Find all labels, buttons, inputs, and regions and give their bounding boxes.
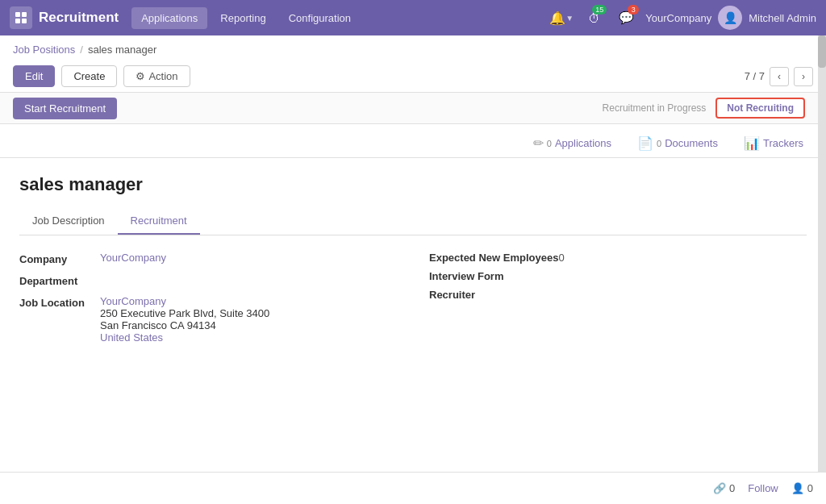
likes-count: 0 <box>729 482 735 494</box>
recruiter-label: Recruiter <box>429 289 542 301</box>
pagination: 7 / 7 ‹ › <box>745 67 813 86</box>
record-title: sales manager <box>19 174 807 195</box>
applications-tab-label: Applications <box>555 137 611 149</box>
form-content: Company YourCompany Department Job Locat… <box>19 252 807 352</box>
interview-form-row: Interview Form <box>429 270 807 282</box>
expected-employees-label: Expected New Employees <box>429 252 558 264</box>
activity-badge: 15 <box>592 5 607 15</box>
department-label: Department <box>19 273 100 287</box>
nav-reporting[interactable]: Reporting <box>211 7 275 29</box>
user-avatar[interactable]: 👤 <box>718 6 742 30</box>
sub-tab-documents[interactable]: 📄 0 Documents <box>634 131 721 157</box>
svg-rect-0 <box>15 12 20 17</box>
sub-tabs: ✏ 0 Applications 📄 0 Documents 📊 Tracker… <box>0 124 826 158</box>
main-menu: Applications Reporting Configuration <box>131 7 549 29</box>
top-navigation: Recruitment Applications Reporting Confi… <box>0 0 826 35</box>
action-label: Action <box>148 70 177 82</box>
followers-count: 0 <box>807 482 813 494</box>
document-icon: 📄 <box>637 135 653 151</box>
joblocation-row: Job Location YourCompany 250 Executive P… <box>19 295 397 344</box>
start-recruitment-button[interactable]: Start Recruitment <box>13 98 117 119</box>
app-logo-icon <box>10 6 32 29</box>
breadcrumb-current: sales manager <box>88 44 156 56</box>
company-row: Company YourCompany <box>19 252 397 265</box>
app-logo[interactable]: Recruitment <box>10 6 119 29</box>
bell-dropdown-icon: ▼ <box>565 14 574 23</box>
status-bar: Start Recruitment Recruitment in Progres… <box>0 92 826 124</box>
form-left: Company YourCompany Department Job Locat… <box>19 252 397 352</box>
toolbar: Edit Create ⚙ Action 7 / 7 ‹ › <box>0 60 826 92</box>
joblocation-address: YourCompany 250 Executive Park Blvd, Sui… <box>100 295 269 344</box>
action-gear-icon: ⚙ <box>136 70 145 82</box>
svg-rect-1 <box>22 12 27 17</box>
trackers-icon: 📊 <box>744 135 760 151</box>
messages-badge: 3 <box>628 5 639 15</box>
expected-employees-row: Expected New Employees 0 <box>429 252 807 264</box>
company-label: Company <box>19 252 100 265</box>
scrollbar-thumb[interactable] <box>818 35 826 68</box>
action-button[interactable]: ⚙ Action <box>123 65 190 87</box>
svg-rect-3 <box>22 19 27 23</box>
page-wrapper: Job Positions / sales manager Edit Creat… <box>0 35 826 504</box>
nav-applications[interactable]: Applications <box>131 7 207 29</box>
likes-item[interactable]: 🔗 0 <box>713 482 735 494</box>
activity-button[interactable]: ⏱ 15 <box>581 5 607 31</box>
interview-form-label: Interview Form <box>429 270 542 282</box>
create-button[interactable]: Create <box>61 65 117 87</box>
edit-icon: ✏ <box>533 135 544 151</box>
trackers-tab-label: Trackers <box>763 137 803 149</box>
breadcrumb-separator: / <box>80 44 83 56</box>
expected-employees-value[interactable]: 0 <box>558 252 564 264</box>
bottom-bar: 🔗 0 Follow 👤 0 <box>0 472 826 504</box>
topnav-right: 🔔 ▼ ⏱ 15 💬 3 YourCompany 👤 Mitchell Admi… <box>549 5 816 31</box>
company-value[interactable]: YourCompany <box>100 252 166 264</box>
breadcrumb-parent[interactable]: Job Positions <box>13 44 75 56</box>
form-tabs: Job Description Recruitment <box>19 208 807 235</box>
recruitment-in-progress-label: Recruitment in Progress <box>603 102 707 114</box>
app-title: Recruitment <box>39 10 119 26</box>
followers-item[interactable]: 👤 0 <box>791 482 813 494</box>
not-recruiting-badge[interactable]: Not Recruiting <box>715 98 805 119</box>
recruiter-row: Recruiter <box>429 289 807 301</box>
documents-tab-label: Documents <box>665 137 718 149</box>
link-icon: 🔗 <box>713 482 726 494</box>
joblocation-city: San Francisco CA 94134 <box>100 319 269 331</box>
pagination-prev[interactable]: ‹ <box>770 67 789 86</box>
scrollbar-track[interactable] <box>818 35 826 504</box>
pagination-next[interactable]: › <box>794 67 813 86</box>
joblocation-label: Job Location <box>19 295 100 309</box>
tab-job-description[interactable]: Job Description <box>19 208 118 235</box>
sub-tab-applications[interactable]: ✏ 0 Applications <box>530 131 615 157</box>
company-name[interactable]: YourCompany <box>645 12 711 24</box>
bell-icon: 🔔 <box>549 10 565 26</box>
content-area: sales manager Job Description Recruitmen… <box>0 158 826 368</box>
sub-tab-trackers[interactable]: 📊 Trackers <box>740 131 807 157</box>
follow-button[interactable]: Follow <box>748 482 778 494</box>
joblocation-country[interactable]: United States <box>100 331 269 344</box>
username[interactable]: Mitchell Admin <box>749 12 816 24</box>
followers-icon: 👤 <box>791 482 804 494</box>
messages-button[interactable]: 💬 3 <box>613 5 639 31</box>
nav-configuration[interactable]: Configuration <box>279 7 361 29</box>
joblocation-company[interactable]: YourCompany <box>100 295 269 307</box>
svg-rect-2 <box>15 19 20 23</box>
joblocation-street: 250 Executive Park Blvd, Suite 3400 <box>100 307 269 319</box>
edit-button[interactable]: Edit <box>13 65 55 87</box>
notifications-bell[interactable]: 🔔 ▼ <box>549 5 574 31</box>
form-right: Expected New Employees 0 Interview Form … <box>429 252 807 352</box>
tab-recruitment[interactable]: Recruitment <box>118 208 200 235</box>
department-row: Department <box>19 273 397 287</box>
pagination-text: 7 / 7 <box>745 70 765 82</box>
breadcrumb: Job Positions / sales manager <box>0 35 826 60</box>
